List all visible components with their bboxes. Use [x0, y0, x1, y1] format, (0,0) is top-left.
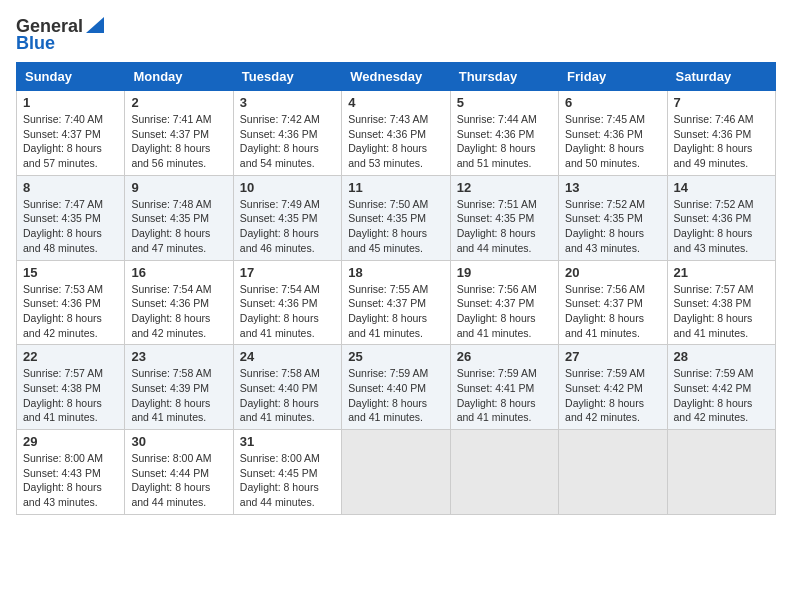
calendar-cell: 1Sunrise: 7:40 AMSunset: 4:37 PMDaylight… [17, 91, 125, 176]
day-info: Sunrise: 8:00 AMSunset: 4:43 PMDaylight:… [23, 451, 118, 510]
calendar-cell: 12Sunrise: 7:51 AMSunset: 4:35 PMDayligh… [450, 175, 558, 260]
calendar-cell: 13Sunrise: 7:52 AMSunset: 4:35 PMDayligh… [559, 175, 667, 260]
svg-marker-0 [86, 17, 104, 33]
calendar-cell: 20Sunrise: 7:56 AMSunset: 4:37 PMDayligh… [559, 260, 667, 345]
day-number: 1 [23, 95, 118, 110]
day-number: 20 [565, 265, 660, 280]
calendar-cell [342, 430, 450, 515]
day-info: Sunrise: 7:53 AMSunset: 4:36 PMDaylight:… [23, 282, 118, 341]
day-info: Sunrise: 7:41 AMSunset: 4:37 PMDaylight:… [131, 112, 226, 171]
day-info: Sunrise: 7:46 AMSunset: 4:36 PMDaylight:… [674, 112, 769, 171]
calendar-cell: 27Sunrise: 7:59 AMSunset: 4:42 PMDayligh… [559, 345, 667, 430]
col-header-monday: Monday [125, 63, 233, 91]
calendar-cell: 4Sunrise: 7:43 AMSunset: 4:36 PMDaylight… [342, 91, 450, 176]
calendar-cell: 7Sunrise: 7:46 AMSunset: 4:36 PMDaylight… [667, 91, 775, 176]
day-number: 24 [240, 349, 335, 364]
day-info: Sunrise: 7:40 AMSunset: 4:37 PMDaylight:… [23, 112, 118, 171]
calendar-cell [667, 430, 775, 515]
calendar-cell: 2Sunrise: 7:41 AMSunset: 4:37 PMDaylight… [125, 91, 233, 176]
day-number: 22 [23, 349, 118, 364]
day-info: Sunrise: 7:58 AMSunset: 4:39 PMDaylight:… [131, 366, 226, 425]
calendar-cell: 18Sunrise: 7:55 AMSunset: 4:37 PMDayligh… [342, 260, 450, 345]
calendar-cell: 10Sunrise: 7:49 AMSunset: 4:35 PMDayligh… [233, 175, 341, 260]
day-number: 21 [674, 265, 769, 280]
col-header-thursday: Thursday [450, 63, 558, 91]
calendar-cell: 30Sunrise: 8:00 AMSunset: 4:44 PMDayligh… [125, 430, 233, 515]
col-header-saturday: Saturday [667, 63, 775, 91]
day-number: 6 [565, 95, 660, 110]
calendar-header-row: SundayMondayTuesdayWednesdayThursdayFrid… [17, 63, 776, 91]
day-info: Sunrise: 7:54 AMSunset: 4:36 PMDaylight:… [240, 282, 335, 341]
calendar-cell [559, 430, 667, 515]
col-header-wednesday: Wednesday [342, 63, 450, 91]
calendar-cell: 28Sunrise: 7:59 AMSunset: 4:42 PMDayligh… [667, 345, 775, 430]
day-info: Sunrise: 7:57 AMSunset: 4:38 PMDaylight:… [674, 282, 769, 341]
day-number: 18 [348, 265, 443, 280]
day-number: 11 [348, 180, 443, 195]
day-number: 30 [131, 434, 226, 449]
calendar-cell: 24Sunrise: 7:58 AMSunset: 4:40 PMDayligh… [233, 345, 341, 430]
col-header-tuesday: Tuesday [233, 63, 341, 91]
day-number: 27 [565, 349, 660, 364]
logo: General Blue [16, 16, 104, 54]
day-info: Sunrise: 7:50 AMSunset: 4:35 PMDaylight:… [348, 197, 443, 256]
day-number: 13 [565, 180, 660, 195]
calendar-cell: 6Sunrise: 7:45 AMSunset: 4:36 PMDaylight… [559, 91, 667, 176]
calendar-cell: 25Sunrise: 7:59 AMSunset: 4:40 PMDayligh… [342, 345, 450, 430]
calendar-week-row: 1Sunrise: 7:40 AMSunset: 4:37 PMDaylight… [17, 91, 776, 176]
logo-triangle-icon [86, 17, 104, 37]
day-info: Sunrise: 7:59 AMSunset: 4:42 PMDaylight:… [674, 366, 769, 425]
header: General Blue [16, 16, 776, 54]
day-number: 12 [457, 180, 552, 195]
calendar-week-row: 29Sunrise: 8:00 AMSunset: 4:43 PMDayligh… [17, 430, 776, 515]
calendar-cell: 5Sunrise: 7:44 AMSunset: 4:36 PMDaylight… [450, 91, 558, 176]
calendar-cell: 29Sunrise: 8:00 AMSunset: 4:43 PMDayligh… [17, 430, 125, 515]
day-number: 8 [23, 180, 118, 195]
calendar-cell: 9Sunrise: 7:48 AMSunset: 4:35 PMDaylight… [125, 175, 233, 260]
day-number: 9 [131, 180, 226, 195]
calendar-cell: 31Sunrise: 8:00 AMSunset: 4:45 PMDayligh… [233, 430, 341, 515]
calendar-cell [450, 430, 558, 515]
day-number: 15 [23, 265, 118, 280]
day-info: Sunrise: 7:52 AMSunset: 4:36 PMDaylight:… [674, 197, 769, 256]
day-info: Sunrise: 7:51 AMSunset: 4:35 PMDaylight:… [457, 197, 552, 256]
day-info: Sunrise: 7:44 AMSunset: 4:36 PMDaylight:… [457, 112, 552, 171]
day-info: Sunrise: 7:56 AMSunset: 4:37 PMDaylight:… [457, 282, 552, 341]
calendar-table: SundayMondayTuesdayWednesdayThursdayFrid… [16, 62, 776, 515]
calendar-cell: 26Sunrise: 7:59 AMSunset: 4:41 PMDayligh… [450, 345, 558, 430]
day-info: Sunrise: 7:55 AMSunset: 4:37 PMDaylight:… [348, 282, 443, 341]
day-number: 26 [457, 349, 552, 364]
col-header-friday: Friday [559, 63, 667, 91]
day-number: 2 [131, 95, 226, 110]
day-number: 16 [131, 265, 226, 280]
day-info: Sunrise: 7:42 AMSunset: 4:36 PMDaylight:… [240, 112, 335, 171]
calendar-cell: 22Sunrise: 7:57 AMSunset: 4:38 PMDayligh… [17, 345, 125, 430]
day-number: 10 [240, 180, 335, 195]
day-number: 5 [457, 95, 552, 110]
day-info: Sunrise: 8:00 AMSunset: 4:44 PMDaylight:… [131, 451, 226, 510]
calendar-cell: 16Sunrise: 7:54 AMSunset: 4:36 PMDayligh… [125, 260, 233, 345]
day-number: 31 [240, 434, 335, 449]
calendar-cell: 21Sunrise: 7:57 AMSunset: 4:38 PMDayligh… [667, 260, 775, 345]
day-number: 29 [23, 434, 118, 449]
calendar-cell: 3Sunrise: 7:42 AMSunset: 4:36 PMDaylight… [233, 91, 341, 176]
logo-blue-text: Blue [16, 33, 55, 54]
day-info: Sunrise: 8:00 AMSunset: 4:45 PMDaylight:… [240, 451, 335, 510]
day-info: Sunrise: 7:56 AMSunset: 4:37 PMDaylight:… [565, 282, 660, 341]
day-info: Sunrise: 7:59 AMSunset: 4:40 PMDaylight:… [348, 366, 443, 425]
calendar-week-row: 8Sunrise: 7:47 AMSunset: 4:35 PMDaylight… [17, 175, 776, 260]
day-info: Sunrise: 7:54 AMSunset: 4:36 PMDaylight:… [131, 282, 226, 341]
day-info: Sunrise: 7:52 AMSunset: 4:35 PMDaylight:… [565, 197, 660, 256]
day-info: Sunrise: 7:45 AMSunset: 4:36 PMDaylight:… [565, 112, 660, 171]
day-info: Sunrise: 7:58 AMSunset: 4:40 PMDaylight:… [240, 366, 335, 425]
day-number: 14 [674, 180, 769, 195]
day-number: 28 [674, 349, 769, 364]
day-info: Sunrise: 7:49 AMSunset: 4:35 PMDaylight:… [240, 197, 335, 256]
day-info: Sunrise: 7:59 AMSunset: 4:41 PMDaylight:… [457, 366, 552, 425]
calendar-cell: 14Sunrise: 7:52 AMSunset: 4:36 PMDayligh… [667, 175, 775, 260]
calendar-cell: 15Sunrise: 7:53 AMSunset: 4:36 PMDayligh… [17, 260, 125, 345]
day-number: 7 [674, 95, 769, 110]
calendar-cell: 8Sunrise: 7:47 AMSunset: 4:35 PMDaylight… [17, 175, 125, 260]
day-info: Sunrise: 7:48 AMSunset: 4:35 PMDaylight:… [131, 197, 226, 256]
day-number: 4 [348, 95, 443, 110]
